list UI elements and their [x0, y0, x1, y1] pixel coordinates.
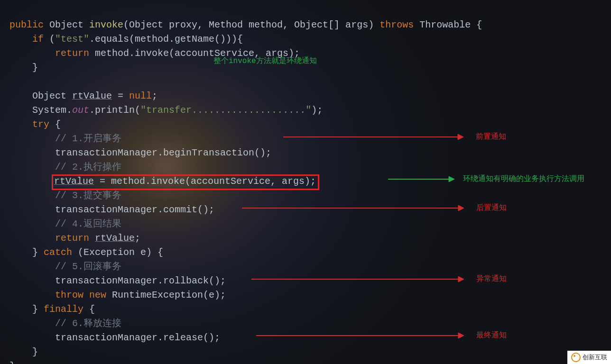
arrow-icon: [251, 275, 464, 283]
svg-marker-7: [458, 276, 464, 282]
anno-around-method: 整个invoke方法就是环绕通知: [213, 56, 317, 66]
watermark-logo-icon: [571, 353, 581, 362]
comment-6: // 6.释放连接: [9, 318, 121, 329]
arrow-icon: [242, 204, 464, 212]
keyword-public: public: [9, 19, 44, 30]
anno-after-advice: 最终通知: [256, 330, 507, 340]
comment-5: // 5.回滚事务: [9, 261, 121, 272]
arrow-icon: [388, 175, 454, 183]
arrow-icon: [256, 332, 464, 339]
arrow-icon: [283, 133, 463, 141]
line-rollback: transactionManager.rollback();: [9, 275, 226, 286]
line-begin-tx: transactionManager.beginTransaction();: [9, 147, 271, 158]
comment-1: // 1.开启事务: [9, 133, 121, 144]
svg-marker-5: [458, 205, 464, 211]
svg-marker-1: [458, 134, 463, 140]
svg-marker-9: [458, 333, 464, 338]
comment-2: // 2.执行操作: [9, 162, 121, 173]
anno-around-call: 环绕通知有明确的业务执行方法调用: [388, 174, 584, 184]
highlighted-invoke: rtValue = method.invoke(accountService, …: [53, 176, 318, 189]
anno-before-advice: 前置通知: [283, 132, 506, 142]
comment-3: // 3.提交事务: [9, 190, 121, 201]
method-name: invoke: [89, 19, 123, 30]
anno-after-throwing: 异常通知: [251, 274, 507, 284]
anno-after-returning: 后置通知: [242, 203, 507, 213]
comment-4: // 4.返回结果: [9, 218, 121, 229]
watermark-text: 创新互联: [583, 353, 607, 362]
line-release: transactionManager.release();: [9, 332, 220, 343]
line-commit: transactionManager.commit();: [9, 204, 214, 215]
svg-marker-3: [449, 176, 454, 182]
watermark: 创新互联: [567, 351, 611, 364]
